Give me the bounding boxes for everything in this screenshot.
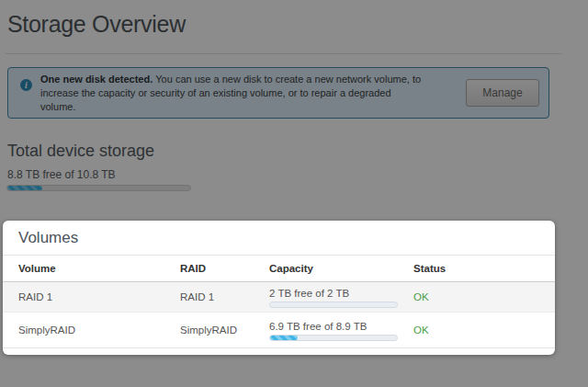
capacity-text: 6.9 TB free of 8.9 TB (269, 321, 413, 332)
status-badge: OK (413, 291, 555, 302)
capacity-progressbar-fill (270, 336, 298, 340)
raid-type-cell: RAID 1 (180, 291, 269, 302)
column-header-capacity: Capacity (269, 263, 413, 274)
column-header-raid: RAID (180, 263, 269, 274)
volume-name-cell: SimplyRAID (18, 324, 180, 336)
table-row-raid1[interactable]: RAID 1 RAID 1 2 TB free of 2 TB OK (3, 282, 555, 313)
raid-type-cell: SimplyRAID (180, 324, 269, 336)
table-row-simplyraid[interactable]: SimplyRAID SimplyRAID 6.9 TB free of 8.9… (3, 313, 555, 348)
volume-name-cell: RAID 1 (18, 291, 180, 302)
capacity-cell: 6.9 TB free of 8.9 TB (269, 320, 413, 341)
capacity-cell: 2 TB free of 2 TB (269, 287, 413, 308)
capacity-progressbar (269, 302, 398, 308)
capacity-progressbar (269, 335, 398, 341)
status-badge: OK (413, 324, 555, 336)
volumes-table-header: Volume RAID Capacity Status (3, 256, 555, 282)
capacity-text: 2 TB free of 2 TB (269, 288, 413, 299)
column-header-volume: Volume (18, 263, 180, 274)
volumes-panel-title: Volumes (3, 221, 555, 256)
column-header-status: Status (413, 263, 555, 274)
volumes-panel: Volumes Volume RAID Capacity Status RAID… (3, 221, 555, 355)
